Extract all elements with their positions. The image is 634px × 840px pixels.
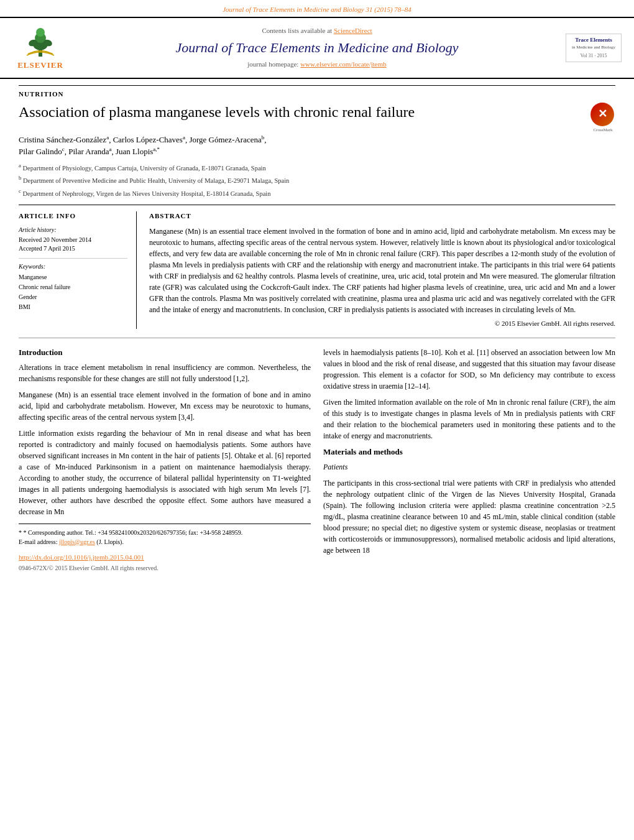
crossmark-badge: ✕ CrossMark bbox=[590, 103, 615, 127]
sciencedirect-anchor[interactable]: ScienceDirect bbox=[334, 27, 372, 34]
article-info-abstract: ARTICLE INFO Article history: Received 2… bbox=[19, 205, 615, 329]
top-journal-link: Journal of Trace Elements in Medicine an… bbox=[0, 0, 634, 17]
content-area: NUTRITION Association of plasma manganes… bbox=[0, 79, 634, 585]
received-date: Received 20 November 2014 bbox=[19, 236, 127, 244]
footnote-area: * * Corresponding author. Tel.: +34 9582… bbox=[19, 524, 311, 573]
header-center: Contents lists available at ScienceDirec… bbox=[78, 26, 556, 70]
elsevier-tree-icon bbox=[22, 24, 59, 58]
authors-line: Cristina Sánchez-Gonzáleza, Carlos López… bbox=[19, 134, 615, 158]
article-info-col: ARTICLE INFO Article history: Received 2… bbox=[19, 211, 137, 329]
body-content: Introduction Alterations in trace elemen… bbox=[19, 347, 615, 573]
intro-para-1: Alterations in trace element metabolism … bbox=[19, 362, 311, 384]
patients-text: The participants in this cross-sectional… bbox=[323, 478, 615, 556]
body-col-left: Introduction Alterations in trace elemen… bbox=[19, 347, 311, 573]
article-history-title: Article history: bbox=[19, 226, 127, 234]
body-col-right: levels in haemodialysis patients [8–10].… bbox=[323, 347, 615, 573]
elsevier-wordmark: ELSEVIER bbox=[17, 60, 63, 71]
doi-link[interactable]: http://dx.doi.org/10.1016/j.jtemb.2015.0… bbox=[19, 553, 144, 561]
affil-b: b Department of Preventive Medicine and … bbox=[19, 174, 615, 185]
email-link[interactable]: jllopis@ugr.es bbox=[59, 538, 95, 545]
right-para-2: Given the limited information available … bbox=[323, 397, 615, 441]
email-note: E-mail address: jllopis@ugr.es (J. Llopi… bbox=[19, 537, 311, 547]
keyword-manganese: Manganese bbox=[19, 272, 127, 282]
introduction-heading: Introduction bbox=[19, 347, 311, 358]
affil-a: a Department of Physiology, Campus Cartu… bbox=[19, 162, 615, 173]
patients-subheading: Patients bbox=[323, 461, 615, 473]
journal-title-header: Journal of Trace Elements in Medicine an… bbox=[78, 39, 556, 58]
methods-heading: Materials and methods bbox=[323, 446, 615, 458]
svg-point-3 bbox=[36, 28, 45, 37]
keywords-section: Keywords: Manganese Chronic renal failur… bbox=[19, 262, 127, 312]
journal-issue-info: Journal of Trace Elements in Medicine an… bbox=[223, 6, 411, 13]
page: Journal of Trace Elements in Medicine an… bbox=[0, 0, 634, 840]
keyword-gender: Gender bbox=[19, 292, 127, 302]
issn-text: 0946-672X/© 2015 Elsevier GmbH. All righ… bbox=[19, 564, 311, 573]
article-history: Article history: Received 20 November 20… bbox=[19, 226, 127, 253]
journal-homepage: journal homepage: www.elsevier.com/locat… bbox=[78, 60, 556, 69]
keyword-bmi: BMI bbox=[19, 302, 127, 312]
accepted-date: Accepted 7 April 2015 bbox=[19, 244, 127, 253]
keyword-crf: Chronic renal failure bbox=[19, 282, 127, 292]
keywords-title: Keywords: bbox=[19, 262, 127, 271]
journal-url[interactable]: www.elsevier.com/locate/jtemb bbox=[300, 60, 387, 68]
crossmark-icon: ✕ bbox=[590, 103, 614, 126]
intro-para-3: Little information exists regarding the … bbox=[19, 428, 311, 517]
elsevier-logo: ELSEVIER bbox=[12, 24, 68, 71]
corresponding-author-note: * * Corresponding author. Tel.: +34 9582… bbox=[19, 528, 311, 537]
sciencedirect-link: Contents lists available at ScienceDirec… bbox=[78, 26, 556, 35]
abstract-copyright: © 2015 Elsevier GmbH. All rights reserve… bbox=[149, 319, 615, 328]
abstract-title: ABSTRACT bbox=[149, 211, 615, 221]
journal-logo-box: Trace Elements in Medicine and Biology V… bbox=[566, 34, 622, 62]
intro-para-2: Manganese (Mn) is an essential trace ele… bbox=[19, 389, 311, 423]
abstract-col: ABSTRACT Manganese (Mn) is an essential … bbox=[149, 211, 615, 329]
paper-title: Association of plasma manganese levels w… bbox=[19, 103, 581, 122]
affil-c: c Department of Nephrology, Virgen de la… bbox=[19, 187, 615, 198]
right-para-1: levels in haemodialysis patients [8–10].… bbox=[323, 347, 615, 392]
paper-title-row: Association of plasma manganese levels w… bbox=[19, 103, 615, 127]
abstract-text: Manganese (Mn) is an essential trace ele… bbox=[149, 226, 615, 315]
keywords-list: Manganese Chronic renal failure Gender B… bbox=[19, 272, 127, 312]
section-label: NUTRITION bbox=[19, 85, 615, 99]
article-info-title: ARTICLE INFO bbox=[19, 211, 127, 221]
affiliations: a Department of Physiology, Campus Cartu… bbox=[19, 162, 615, 198]
section-divider bbox=[19, 338, 615, 338]
journal-header: ELSEVIER Contents lists available at Sci… bbox=[0, 17, 634, 78]
